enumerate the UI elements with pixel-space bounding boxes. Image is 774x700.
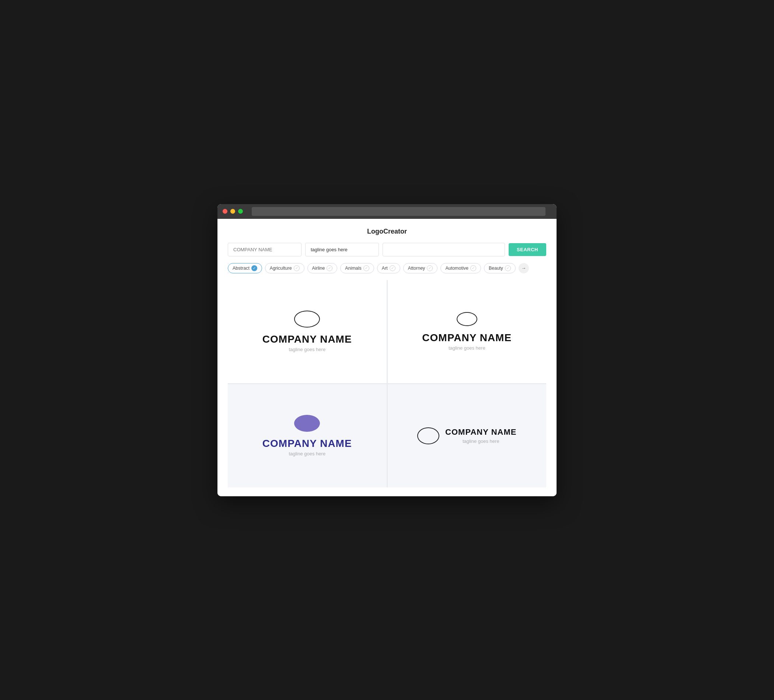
filter-label-animals: Animals [345, 266, 361, 271]
logo-icon-1 [294, 310, 320, 327]
filter-tag-automotive[interactable]: Automotive✓ [440, 263, 481, 273]
app-content: LogoCreator SEARCH Abstract✓Agriculture✓… [217, 219, 557, 496]
logo-tagline-2: tagline goes here [448, 345, 485, 351]
logo-text-group-4: COMPANY NAME tagline goes here [445, 428, 516, 444]
ellipse-outline-icon [294, 310, 320, 327]
filter-next-button[interactable]: → [519, 263, 529, 273]
browser-window: LogoCreator SEARCH Abstract✓Agriculture✓… [217, 204, 557, 496]
logo-inline-layout: COMPANY NAME tagline goes here [417, 428, 516, 444]
ellipse-filled-purple-icon [294, 415, 320, 432]
color-input[interactable] [382, 243, 505, 256]
filter-tag-airline[interactable]: Airline✓ [308, 263, 337, 273]
filter-label-attorney: Attorney [408, 266, 425, 271]
filter-tag-art[interactable]: Art✓ [377, 263, 400, 273]
logo-card-4[interactable]: COMPANY NAME tagline goes here [388, 384, 547, 487]
logo-company-name-4: COMPANY NAME [445, 428, 516, 437]
filter-check-art: ✓ [390, 265, 395, 271]
filter-bar: Abstract✓Agriculture✓Airline✓Animals✓Art… [228, 263, 546, 273]
filter-label-airline: Airline [312, 266, 325, 271]
logo-company-name-1: COMPANY NAME [263, 333, 352, 345]
filter-label-automotive: Automotive [445, 266, 468, 271]
logo-tagline-4: tagline goes here [445, 438, 516, 444]
filter-tag-abstract[interactable]: Abstract✓ [228, 263, 262, 273]
filter-label-beauty: Beauty [489, 266, 503, 271]
logo-company-name-2: COMPANY NAME [422, 332, 511, 344]
tagline-input[interactable] [305, 243, 379, 256]
filter-tag-agriculture[interactable]: Agriculture✓ [265, 263, 304, 273]
minimize-button[interactable] [230, 209, 235, 214]
search-bar: SEARCH [228, 243, 546, 256]
logo-icon-2 [456, 312, 477, 326]
logo-company-name-3: COMPANY NAME [263, 438, 352, 449]
filter-check-beauty: ✓ [505, 265, 511, 271]
logo-icon-3 [294, 415, 320, 432]
address-bar [252, 207, 546, 216]
filter-check-automotive: ✓ [470, 265, 476, 271]
logo-grid: COMPANY NAME tagline goes here COMPANY N… [228, 280, 546, 487]
search-button[interactable]: SEARCH [509, 243, 546, 256]
filter-check-abstract: ✓ [251, 265, 257, 271]
filter-label-art: Art [382, 266, 388, 271]
logo-card-2[interactable]: COMPANY NAME tagline goes here [388, 280, 547, 383]
logo-card-3[interactable]: COMPANY NAME tagline goes here [228, 384, 387, 487]
maximize-button[interactable] [238, 209, 243, 214]
logo-tagline-1: tagline goes here [289, 347, 326, 352]
filter-label-agriculture: Agriculture [270, 266, 292, 271]
company-name-input[interactable] [228, 243, 301, 256]
logo-card-1[interactable]: COMPANY NAME tagline goes here [228, 280, 387, 383]
ellipse-outline-sm-icon [456, 312, 477, 326]
ellipse-outline-inline-icon [417, 428, 439, 444]
app-header: LogoCreator [228, 228, 546, 235]
filter-tag-beauty[interactable]: Beauty✓ [484, 263, 516, 273]
close-button[interactable] [223, 209, 227, 214]
browser-titlebar [217, 204, 557, 219]
filter-check-attorney: ✓ [427, 265, 433, 271]
filter-tag-attorney[interactable]: Attorney✓ [403, 263, 438, 273]
logo-tagline-3: tagline goes here [289, 451, 326, 456]
app-title: LogoCreator [367, 228, 407, 235]
filter-label-abstract: Abstract [233, 266, 250, 271]
filter-tag-animals[interactable]: Animals✓ [340, 263, 374, 273]
filter-check-airline: ✓ [327, 265, 332, 271]
filter-check-animals: ✓ [364, 265, 369, 271]
filter-check-agriculture: ✓ [294, 265, 299, 271]
